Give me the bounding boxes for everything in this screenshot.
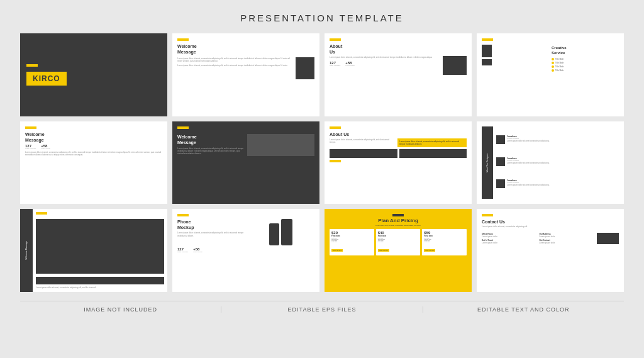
service-label: Title Slide (555, 58, 564, 60)
footer-item-3: EDITABLE TEXT AND COLOR (423, 306, 624, 313)
slide-5: WelcomeMessage 127 Team Members +58 Lore… (20, 121, 167, 204)
slide-title: CreativeService (552, 46, 619, 56)
service-item-1: Title Slide (552, 58, 619, 60)
lorem-text: Lorem ipsum dolor sit amet, consectetur … (330, 138, 395, 143)
yellow-accent-bar-2 (330, 160, 341, 162)
slide-6: WelcomeMessage Lorem ipsum dolor sit ame… (172, 121, 319, 204)
designer-avatar (496, 135, 505, 144)
yellow-accent-bar (177, 126, 189, 129)
footer-item-1: IMAGE NOT INCLUDED (20, 306, 221, 313)
brand-name: KIRCO (26, 72, 67, 86)
slides-grid: KIRCO WelcomeMessage Lorem ipsum dolor s… (20, 33, 624, 292)
order-button[interactable]: Order Add Here (331, 249, 343, 252)
image-placeholder (247, 134, 314, 156)
yellow-accent-bar (25, 126, 36, 129)
bullet-icon (552, 65, 554, 68)
stat-label-2: Lorem Group (193, 251, 203, 253)
yellow-accent-bar (177, 38, 189, 41)
slide-title: About Us (330, 131, 467, 137)
service-label: Title Slide (555, 65, 564, 68)
image-placeholder (443, 56, 467, 75)
slide-title: WelcomeMessage (177, 43, 314, 55)
slide-title: WelcomeMessage (177, 134, 245, 145)
lorem-text: Lorem ipsum dolor sit amet, consectetur … (36, 286, 164, 289)
slide-2: WelcomeMessage Lorem ipsum dolor sit ame… (172, 33, 319, 116)
yellow-accent-bar (330, 126, 341, 129)
service-item-3: Title Slide (552, 65, 619, 68)
slide-1: KIRCO (20, 33, 167, 116)
stat-label: Team Members (25, 148, 36, 150)
designer-row-1: Jonathan Graphic Designer Lorem ipsum do… (496, 135, 616, 144)
yellow-accent-bar (482, 214, 493, 216)
contact-text: Lorem ipsum dolor (540, 242, 595, 244)
dark-accent-bar (392, 214, 404, 216)
slide-title: Contact Us (482, 219, 619, 225)
slide-3: AboutUs Lorem ipsum dolor sit amet, cons… (325, 33, 472, 116)
lorem-text: Lorem ipsum dolor sit amet, consectetur … (330, 56, 440, 59)
lorem-text: Lorem ipsum dolor sit amet, consectetur … (482, 225, 619, 228)
designer-row-2: Jonathan Graphic Designer Lorem ipsum do… (496, 157, 616, 166)
yellow-accent-bar (330, 38, 341, 41)
stat-label: Team Members (177, 251, 188, 253)
contact-image (597, 233, 619, 244)
image-placeholder (330, 149, 397, 158)
stat-label-2: Lorem Group (41, 148, 50, 150)
yellow-accent-bar (177, 214, 189, 216)
service-label: Title Slide (555, 62, 564, 64)
footer-item-2: EDITABLE EPS FILES (221, 306, 422, 313)
slide-8: Meet The Designer Jonathan Graphic Desig… (477, 121, 624, 204)
slide-12: Contact Us Lorem ipsum dolor sit amet, c… (477, 209, 624, 292)
order-button[interactable]: Order Add Here (378, 249, 389, 252)
phone-mockup-1 (269, 223, 279, 245)
image-placeholder-2 (482, 59, 492, 65)
pricing-plan-3: $59 First Item First Item Second Item Th… (422, 229, 467, 255)
highlight-box: Lorem ipsum dolor sit amet, consectetur … (397, 138, 467, 147)
bullet-icon (552, 58, 554, 60)
slide-content: Lorem ipsum dolor sit amet, consectetur … (33, 209, 167, 292)
contact-touch-text: Lorem ipsum dolor (482, 242, 537, 244)
lorem-text-highlight: Lorem ipsum dolor sit amet, consectetur … (399, 140, 465, 145)
vertical-title-bg: Welcome Message (20, 209, 33, 292)
footer: IMAGE NOT INCLUDED EDITABLE EPS FILES ED… (20, 301, 624, 313)
service-label: Title Slide (555, 69, 564, 72)
slide-7: About Us Lorem ipsum dolor sit amet, con… (325, 121, 472, 204)
slide-subtitle: Lorem ipsum dolor sit amet, consectetur … (330, 225, 467, 227)
image-placeholder (36, 219, 164, 273)
designer-desc: Lorem ipsum dolor sit amet consectetur a… (507, 184, 616, 186)
plan-item: Forth Item (424, 241, 465, 242)
order-button[interactable]: Order Add Here (424, 249, 435, 252)
slide-10: PhoneMockup Lorem ipsum dolor sit amet, … (172, 209, 319, 292)
slide-title: PhoneMockup (177, 219, 245, 230)
slide-title: WelcomeMessage (25, 131, 162, 143)
stat-label-2: Lorem Group (345, 65, 355, 67)
plan-item: Forth Item (331, 241, 372, 242)
bullet-icon (552, 62, 554, 64)
slide-title: Plan And Pricing (330, 218, 467, 223)
plan-item: Forth Item (378, 241, 419, 242)
slide-11: Plan And Pricing Lorem ipsum dolor sit a… (325, 209, 472, 292)
image-placeholder (296, 57, 314, 79)
yellow-accent-bar (36, 212, 47, 215)
image-placeholder-2 (36, 277, 164, 284)
slide-title: AboutUs (330, 43, 467, 55)
image-placeholder-2 (399, 149, 467, 158)
stat-label: Team Members (330, 65, 340, 67)
slide-9: Welcome Message Lorem ipsum dolor sit am… (20, 209, 167, 292)
designer-avatar (496, 179, 505, 188)
lorem-text: Lorem ipsum dolor sit amet, consectetur … (177, 57, 293, 62)
bullet-icon (552, 69, 554, 72)
service-item-2: Title Slide (552, 62, 619, 64)
page-title: PRESENTATION TEMPLATE (240, 13, 403, 23)
lorem-text: Lorem ipsum dolor sit amet, consectetur … (25, 151, 162, 156)
phone-mockup-2 (281, 219, 292, 245)
designer-desc: Lorem ipsum dolor sit amet consectetur a… (507, 140, 616, 142)
pricing-plan-2: $40 First Item First Item Second Item Th… (376, 229, 421, 255)
contact-hours-text: Lorem ipsum dolor (482, 235, 537, 238)
vertical-title-bg: Meet The Designer (482, 126, 493, 199)
image-placeholder (482, 45, 492, 57)
pricing-plan-1: $29 First Item First Item Second Item Th… (330, 229, 374, 255)
designer-desc: Lorem ipsum dolor sit amet consectetur a… (507, 162, 616, 164)
designer-avatar (496, 157, 505, 166)
slide-title: Welcome Message (25, 241, 28, 260)
designer-row-3: Jonathan Graphic Designer Lorem ipsum do… (496, 179, 616, 188)
